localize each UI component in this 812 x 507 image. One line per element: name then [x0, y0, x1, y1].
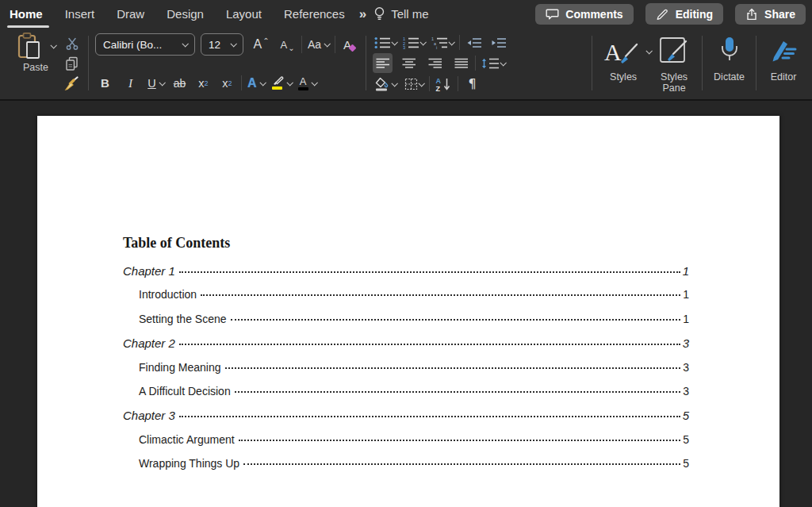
- tab-layout[interactable]: Layout: [215, 2, 273, 26]
- font-color-bar: [298, 87, 308, 90]
- subscript-button[interactable]: x2: [193, 73, 213, 93]
- styles-pane-icon: [657, 33, 691, 70]
- underline-chevron-icon: [159, 79, 165, 86]
- italic-button[interactable]: I: [121, 73, 140, 93]
- increase-indent-button[interactable]: [488, 33, 508, 52]
- toc-page-number: 1: [683, 288, 689, 301]
- shrink-font-button[interactable]: A ⌄: [278, 35, 297, 55]
- paragraph-group: 1 2 3 1 a i: [373, 32, 508, 94]
- align-right-button[interactable]: [425, 53, 445, 73]
- small-divider: [459, 35, 460, 50]
- align-center-button[interactable]: [399, 53, 419, 73]
- format-painter-button[interactable]: [62, 74, 82, 94]
- decrease-indent-button[interactable]: [464, 33, 484, 52]
- tab-insert[interactable]: Insert: [54, 2, 106, 26]
- strikethrough-glyph: ab: [174, 77, 186, 90]
- copy-button[interactable]: [62, 54, 82, 74]
- text-effects-button[interactable]: A: [246, 73, 266, 93]
- paste-dropdown-chevron-icon[interactable]: [50, 42, 56, 48]
- toc-entry-chapter-1[interactable]: Chapter 1 1: [123, 264, 689, 288]
- comments-button[interactable]: Comments: [535, 4, 633, 25]
- dot-leader: [231, 319, 681, 321]
- toc-entry-introduction[interactable]: Introduction 1: [123, 288, 689, 312]
- paragraph-row3: A Z ¶: [373, 74, 508, 94]
- paragraph-row2: [373, 53, 508, 73]
- numbering-button[interactable]: 1 2 3: [401, 33, 427, 52]
- line-spacing-button[interactable]: [480, 53, 507, 73]
- toc-entry-climactic-argument[interactable]: Climactic Argument 5: [123, 433, 689, 457]
- justify-button[interactable]: [451, 53, 471, 73]
- sort-button[interactable]: A Z: [434, 74, 454, 94]
- svg-text:3: 3: [403, 45, 405, 49]
- toc-entry-finding-meaning[interactable]: Finding Meaning 3: [123, 361, 689, 385]
- superscript-button[interactable]: x2: [217, 73, 237, 93]
- toc-label: Setting the Scene: [139, 313, 227, 325]
- document-canvas[interactable]: Table of Contents Chapter 1 1 Introducti…: [0, 101, 812, 505]
- highlight-color-button[interactable]: [270, 73, 293, 93]
- align-left-button[interactable]: [373, 53, 393, 73]
- font-color-letter: A: [300, 76, 307, 86]
- styles-pane-button[interactable]: Styles Pane: [653, 32, 695, 94]
- dot-leader: [179, 344, 680, 345]
- change-case-button[interactable]: Aa: [306, 35, 331, 55]
- shading-button[interactable]: [373, 74, 398, 94]
- dictate-button[interactable]: Dictate: [709, 32, 749, 94]
- paste-button[interactable]: Paste: [11, 32, 60, 94]
- bold-button[interactable]: B: [95, 73, 115, 93]
- cut-copy-painter-column: [60, 32, 82, 94]
- align-center-icon: [402, 58, 416, 69]
- editor-button[interactable]: Editor: [763, 32, 804, 94]
- multilevel-list-icon: 1 a i: [431, 36, 448, 49]
- underline-button[interactable]: U: [146, 73, 166, 93]
- borders-button[interactable]: [403, 74, 425, 94]
- tab-draw[interactable]: Draw: [105, 2, 155, 26]
- grow-font-button[interactable]: A ⌃: [251, 35, 271, 55]
- ribbon-tab-bar: Home Insert Draw Design Layout Reference…: [10, 2, 429, 26]
- bullets-button[interactable]: [373, 33, 398, 52]
- share-label: Share: [764, 8, 795, 21]
- strikethrough-button[interactable]: ab: [170, 73, 190, 93]
- svg-text:Z: Z: [436, 84, 441, 91]
- small-divider: [335, 36, 335, 53]
- toc-entry-a-difficult-decision[interactable]: A Difficult Decision 3: [123, 385, 689, 409]
- dot-leader: [179, 271, 680, 273]
- font-color-chevron-icon: [311, 79, 317, 86]
- text-effects-letter: A: [247, 76, 257, 90]
- caret-down-icon: ⌄: [288, 44, 294, 52]
- dot-leader: [201, 294, 680, 296]
- toc-entry-chapter-3[interactable]: Chapter 3 5: [123, 409, 689, 432]
- clear-formatting-button[interactable]: A: [339, 35, 359, 55]
- small-divider: [475, 56, 476, 71]
- styles-button[interactable]: A Styles: [599, 32, 648, 94]
- toc-label: Finding Meaning: [139, 361, 221, 374]
- tab-home[interactable]: Home: [10, 2, 54, 26]
- tell-me-control[interactable]: Tell me: [370, 6, 429, 21]
- bullets-chevron-icon: [392, 39, 398, 45]
- subscript-base: x: [198, 77, 204, 90]
- title-bar: Home Insert Draw Design Layout Reference…: [0, 0, 812, 28]
- toc-page-number: 5: [683, 433, 689, 446]
- font-size-dropdown[interactable]: 12: [201, 33, 243, 56]
- tab-design[interactable]: Design: [155, 2, 215, 26]
- multilevel-list-button[interactable]: 1 a i: [430, 33, 455, 52]
- numbered-list-icon: 1 2 3: [403, 36, 419, 49]
- subscript-mark: 2: [205, 79, 209, 87]
- font-name-dropdown[interactable]: Calibri (Bo...: [95, 33, 195, 56]
- font-color-button[interactable]: A: [297, 73, 318, 93]
- cut-button[interactable]: [62, 34, 82, 54]
- toc-entry-setting-the-scene[interactable]: Setting the Scene 1: [123, 313, 689, 336]
- toc-page-number: 1: [683, 264, 689, 278]
- tab-references[interactable]: References: [273, 2, 356, 26]
- svg-text:A: A: [436, 77, 442, 85]
- toc-entry-chapter-2[interactable]: Chapter 2 3: [123, 336, 689, 360]
- share-button[interactable]: Share: [735, 4, 806, 25]
- show-formatting-marks-button[interactable]: ¶: [462, 74, 482, 94]
- toc-entry-wrapping-things-up[interactable]: Wrapping Things Up 5: [123, 457, 689, 481]
- tab-overflow-chevrons-icon[interactable]: »: [356, 6, 370, 22]
- font-group-row1: Calibri (Bo... 12 A ⌃ A ⌄ Aa A: [95, 33, 359, 56]
- highlight-color-bar: [272, 86, 282, 90]
- document-page[interactable]: Table of Contents Chapter 1 1 Introducti…: [37, 116, 779, 507]
- highlight-chevron-icon: [286, 79, 293, 86]
- editor-pencil-icon: [768, 33, 799, 70]
- editing-mode-button[interactable]: Editing: [645, 3, 723, 25]
